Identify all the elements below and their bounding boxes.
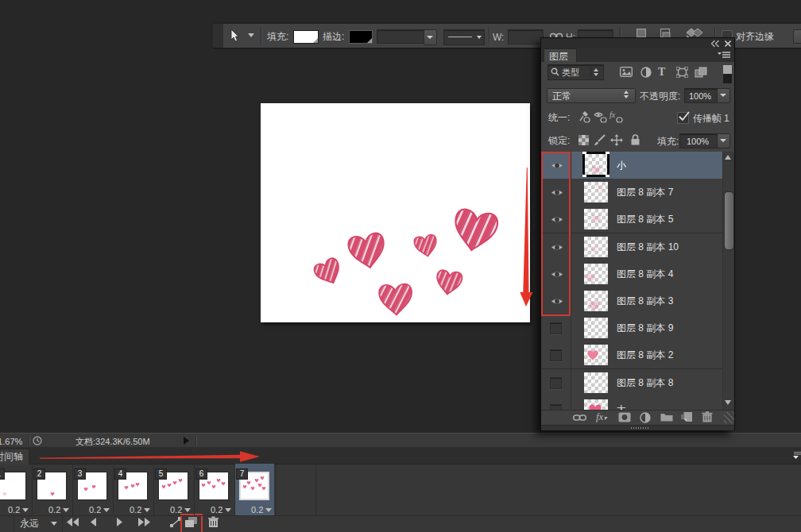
svg-text:fx: fx	[609, 110, 616, 119]
